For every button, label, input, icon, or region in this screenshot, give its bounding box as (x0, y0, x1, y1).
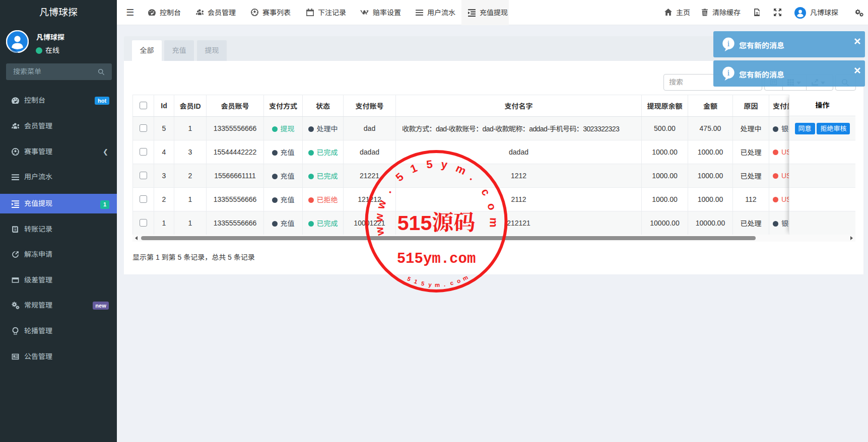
svg-text:5: 5 (393, 170, 406, 184)
svg-text:m: m (461, 274, 469, 281)
svg-text:5: 5 (426, 158, 433, 171)
svg-text:w: w (373, 226, 387, 237)
svg-text:i: i (727, 67, 730, 78)
svg-text:o: o (485, 202, 499, 211)
svg-text:c: c (479, 186, 493, 198)
svg-text:5: 5 (421, 280, 425, 287)
svg-text:.: . (468, 171, 478, 183)
svg-text:i: i (727, 38, 730, 48)
svg-text:.: . (443, 281, 446, 287)
svg-text:w: w (372, 212, 385, 223)
svg-text:m: m (487, 217, 500, 228)
svg-text:y: y (440, 158, 448, 171)
svg-text:w: w (374, 198, 388, 211)
svg-text:1: 1 (413, 278, 418, 285)
svg-text:515ym.com: 515ym.com (397, 251, 476, 267)
svg-text:m: m (454, 162, 468, 177)
svg-text:m: m (435, 282, 440, 288)
svg-text:515源码: 515源码 (397, 211, 475, 235)
svg-text:o: o (456, 277, 461, 284)
svg-text:1: 1 (409, 162, 419, 176)
svg-text:.: . (381, 186, 393, 195)
svg-text:5: 5 (406, 275, 412, 282)
svg-text:y: y (428, 281, 432, 288)
svg-text:c: c (449, 279, 454, 286)
